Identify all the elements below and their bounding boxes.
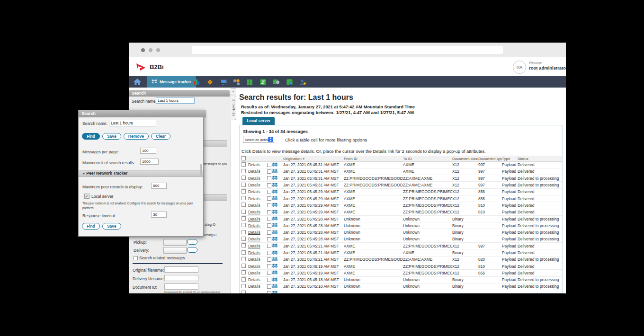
pickup-browse-button[interactable]: ...: [187, 239, 197, 245]
row-checkbox-cell[interactable]: [241, 162, 248, 168]
workflow-lock-icon[interactable]: [233, 79, 240, 85]
user-key-icon[interactable]: [299, 79, 306, 85]
to-id-cell[interactable]: AXME: [403, 250, 452, 255]
from-id-cell[interactable]: ZZ:PRIMEGOODS:PRIMEGOODS: [344, 257, 403, 262]
track-cell[interactable]: [267, 284, 283, 289]
origination-cell[interactable]: Jan 27, 2021 05:45:18 AM MST: [283, 284, 344, 289]
track-checkbox[interactable]: [267, 217, 271, 221]
row-checkbox-cell[interactable]: [241, 284, 248, 289]
row-checkbox[interactable]: [242, 237, 246, 241]
details-cell[interactable]: Details: [248, 223, 267, 228]
origination-cell[interactable]: Jan 27, 2021 05:45:21 AM MST: [283, 250, 344, 255]
details-cell[interactable]: Details: [248, 183, 267, 187]
to-id-cell[interactable]: ZZ:PRIMEGOODS:PRIMEGOODS: [403, 271, 452, 275]
doc-class-cell[interactable]: X12: [452, 264, 478, 269]
track-cell[interactable]: [267, 203, 283, 208]
binoculars-icon[interactable]: [272, 183, 277, 188]
status-cell[interactable]: Delivered to processing: [518, 230, 562, 235]
track-cell[interactable]: [267, 264, 283, 269]
details-cell[interactable]: Details: [248, 203, 267, 208]
binoculars-icon[interactable]: [272, 189, 277, 195]
track-checkbox[interactable]: [267, 230, 271, 235]
from-id-cell[interactable]: AXME: [344, 162, 403, 167]
doc-class-cell[interactable]: X12: [452, 176, 478, 181]
from-id-cell[interactable]: ZZ:PRIMEGOODS:PRIMEGOODS: [344, 183, 403, 187]
to-id-cell[interactable]: AXME: [403, 169, 452, 174]
doc-type-cell[interactable]: 856: [478, 189, 502, 194]
doc-type-cell[interactable]: 820: [478, 257, 502, 262]
binoculars-icon[interactable]: [272, 162, 277, 168]
type-cell[interactable]: Payload: [502, 169, 518, 174]
mailbox-icon[interactable]: [259, 79, 267, 85]
row-checkbox[interactable]: [242, 257, 246, 261]
binoculars-icon[interactable]: [272, 216, 277, 221]
from-id-cell[interactable]: Unknown: [344, 277, 403, 282]
details-link[interactable]: Details: [248, 284, 260, 289]
details-link[interactable]: Details: [248, 277, 260, 282]
status-cell[interactable]: Delivered: [518, 244, 562, 248]
track-checkbox[interactable]: [267, 271, 271, 275]
binoculars-icon[interactable]: [272, 291, 277, 293]
delivery-browse-button[interactable]: ...: [187, 247, 197, 253]
track-checkbox[interactable]: [267, 284, 271, 289]
from-id-cell[interactable]: Unknown: [344, 217, 403, 221]
row-checkbox-cell[interactable]: [241, 176, 248, 181]
to-id-cell[interactable]: ZZ:PRIMEGOODS:PRIMEGOODS: [403, 189, 452, 194]
from-id-cell[interactable]: AXME: [344, 203, 403, 208]
row-checkbox-cell[interactable]: [241, 277, 248, 283]
status-cell[interactable]: Delivered: [518, 271, 562, 275]
type-cell[interactable]: Payload: [502, 277, 518, 282]
original-filename-input[interactable]: [164, 266, 198, 273]
from-id-cell[interactable]: AXME: [344, 189, 403, 194]
row-checkbox[interactable]: [242, 203, 246, 207]
response-timeout-input[interactable]: [151, 212, 167, 218]
row-checkbox[interactable]: [242, 210, 246, 214]
details-link[interactable]: Details: [248, 210, 260, 214]
track-checkbox[interactable]: [267, 251, 271, 255]
origination-cell[interactable]: Jan 27, 2021 05:45:19 AM MST: [283, 271, 344, 275]
track-checkbox[interactable]: [267, 278, 271, 282]
row-checkbox[interactable]: [242, 264, 246, 268]
avatar[interactable]: RA: [513, 61, 526, 74]
doc-class-cell[interactable]: X12: [452, 257, 478, 262]
from-id-cell[interactable]: Unknown: [344, 284, 403, 289]
status-cell[interactable]: Delivered to processing: [518, 217, 562, 221]
status-cell[interactable]: Delivered: [518, 250, 562, 255]
details-link[interactable]: Details: [248, 257, 260, 262]
origination-cell[interactable]: Jan 27, 2021 05:45:19 AM MST: [283, 264, 344, 269]
details-link[interactable]: Details: [248, 203, 260, 208]
messages-per-page-input[interactable]: [140, 148, 156, 154]
to-id-cell[interactable]: ZZ:AXME:AXME: [403, 176, 452, 181]
details-cell[interactable]: Details: [248, 271, 267, 275]
track-checkbox[interactable]: [267, 183, 271, 187]
row-checkbox[interactable]: [242, 169, 246, 173]
to-id-cell[interactable]: Unknown: [403, 217, 452, 221]
track-checkbox[interactable]: [267, 244, 271, 248]
details-cell[interactable]: Details: [248, 189, 267, 194]
to-id-cell[interactable]: ZZ:PRIMEGOODS:PRIMEGOODS: [403, 203, 452, 208]
to-id-cell[interactable]: ZZ:PRIMEGOODS:PRIMEGOODS: [403, 264, 452, 269]
track-checkbox[interactable]: [267, 169, 271, 174]
doc-type-cell[interactable]: 810: [478, 210, 502, 214]
track-cell[interactable]: [267, 189, 283, 195]
monitor-icon[interactable]: [220, 79, 227, 85]
doc-type-cell[interactable]: 997: [478, 244, 502, 248]
origination-cell[interactable]: Jan 27, 2021 05:45:21 AM MST: [283, 257, 344, 262]
track-cell[interactable]: [267, 250, 283, 256]
details-link[interactable]: Details: [248, 250, 260, 255]
dialog-scrollbar-thumb[interactable]: [200, 164, 202, 176]
row-checkbox-cell[interactable]: [241, 223, 248, 228]
doc-type-cell[interactable]: 810: [478, 264, 502, 269]
document-icon[interactable]: [286, 79, 293, 85]
to-id-cell[interactable]: Unknown: [403, 230, 452, 235]
status-cell[interactable]: Delivered to processing: [518, 223, 562, 228]
doc-class-cell[interactable]: X12: [452, 210, 478, 214]
details-link[interactable]: Details: [248, 189, 260, 194]
user-menu[interactable]: root administrator ⌄: [529, 65, 566, 71]
details-link[interactable]: Details: [248, 230, 260, 235]
max-peer-input[interactable]: [151, 183, 167, 189]
status-cell[interactable]: Delivered: [518, 203, 562, 208]
track-checkbox[interactable]: [267, 196, 271, 201]
row-checkbox[interactable]: [242, 284, 246, 288]
dialog-title[interactable]: Search: [79, 110, 206, 117]
